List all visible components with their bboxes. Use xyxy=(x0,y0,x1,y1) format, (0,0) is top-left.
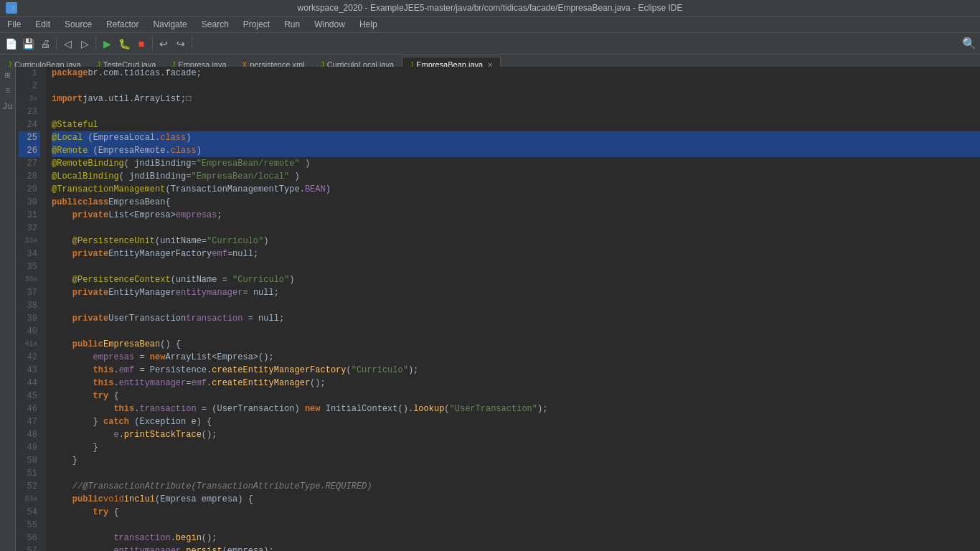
code-line: try { xyxy=(52,506,980,519)
editor-container: 123⊖2324252627282930313233⊖343536⊖373839… xyxy=(16,67,980,551)
code-line: entitymanager.persist(empresa); xyxy=(52,545,980,551)
code-line: @PersistenceUnit(unitName="Curriculo") xyxy=(52,235,980,248)
code-line: private UserTransaction transaction = nu… xyxy=(52,312,980,325)
code-line xyxy=(52,222,980,235)
code-line: @TransactionManagement(TransactionManage… xyxy=(52,183,980,196)
window-title: workspace_2020 - ExampleJEE5-master/java… xyxy=(298,3,683,13)
toolbar-undo-button[interactable]: ↩ xyxy=(156,36,171,52)
code-line xyxy=(52,519,980,532)
code-line: } catch (Exception e) { xyxy=(52,415,980,428)
menu-bar: File Edit Source Refactor Navigate Searc… xyxy=(0,17,980,33)
toolbar-fwd-button[interactable]: ▷ xyxy=(77,36,93,52)
toolbar-new-button[interactable]: 📄 xyxy=(3,36,19,52)
code-line: e.printStackTrace(); xyxy=(52,428,980,441)
toolbar-print-button[interactable]: 🖨 xyxy=(37,36,53,52)
code-line xyxy=(52,325,980,338)
code-line: import java.util.ArrayList;□ xyxy=(52,93,980,105)
menu-help[interactable]: Help xyxy=(355,18,382,31)
code-line: transaction.begin(); xyxy=(52,532,980,545)
code-line: public EmpresaBean() { xyxy=(52,338,980,351)
code-line: public void inclui(Empresa empresa) { xyxy=(52,493,980,506)
menu-window[interactable]: Window xyxy=(310,18,349,31)
left-panel-icon-console[interactable]: Ju xyxy=(2,101,14,113)
toolbar-debug-button[interactable]: 🐛 xyxy=(116,36,132,52)
left-panel: ⊞ ≡ Ju xyxy=(0,67,16,551)
toolbar-search-button[interactable]: 🔍 xyxy=(961,36,977,52)
toolbar-back-button[interactable]: ◁ xyxy=(60,36,75,52)
code-line: this.emf = Persistence.createEntityManag… xyxy=(52,364,980,377)
app-icon: ☽ xyxy=(6,2,17,14)
code-line: @PersistenceContext(unitName = "Curricul… xyxy=(52,273,980,286)
toolbar-stop-button[interactable]: ■ xyxy=(133,36,149,52)
toolbar-sep-3 xyxy=(152,37,153,50)
title-bar: ☽ workspace_2020 - ExampleJEE5-master/ja… xyxy=(0,0,980,17)
code-line: @RemoteBinding( jndiBinding="EmpresaBean… xyxy=(52,157,980,170)
code-line xyxy=(52,467,980,480)
code-area[interactable]: package br.com.tidicas.facade; import ja… xyxy=(46,67,980,551)
menu-edit[interactable]: Edit xyxy=(31,18,55,31)
code-line: empresas = new ArrayList<Empresa>(); xyxy=(52,351,980,364)
toolbar-run-button[interactable]: ▶ xyxy=(99,36,115,52)
code-line: private EntityManagerFactory emf=null; xyxy=(52,248,980,260)
code-line: this.entitymanager=emf.createEntityManag… xyxy=(52,377,980,390)
menu-run[interactable]: Run xyxy=(280,18,304,31)
code-line xyxy=(52,80,980,93)
left-panel-icon-outline[interactable]: ⊞ xyxy=(2,70,14,81)
code-line: } xyxy=(52,454,980,467)
code-line: } xyxy=(52,441,980,454)
code-line: @LocalBinding( jndiBinding="EmpresaBean/… xyxy=(52,170,980,183)
code-line: @Remote (EmpresaRemote.class) xyxy=(52,144,980,157)
code-line: private List<Empresa> empresas; xyxy=(52,209,980,222)
toolbar-sep-1 xyxy=(56,37,57,50)
code-line xyxy=(52,105,980,118)
toolbar-sep-4 xyxy=(192,37,192,50)
code-line xyxy=(52,260,980,273)
code-line: package br.com.tidicas.facade; xyxy=(52,67,980,80)
menu-file[interactable]: File xyxy=(3,18,25,31)
line-numbers: 123⊖2324252627282930313233⊖343536⊖373839… xyxy=(16,67,46,551)
code-line: @Local (EmpresaLocal.class) xyxy=(52,131,980,144)
code-line: @Stateful xyxy=(52,118,980,131)
menu-refactor[interactable]: Refactor xyxy=(102,18,143,31)
menu-project[interactable]: Project xyxy=(239,18,274,31)
toolbar-redo-button[interactable]: ↪ xyxy=(173,36,189,52)
left-panel-icon-tasks[interactable]: ≡ xyxy=(2,85,14,97)
code-line: private EntityManager entitymanager= nul… xyxy=(52,286,980,299)
code-line: public class EmpresaBean { xyxy=(52,196,980,209)
menu-search[interactable]: Search xyxy=(197,18,233,31)
toolbar-save-button[interactable]: 💾 xyxy=(20,36,36,52)
toolbar: 📄 💾 🖨 ◁ ▷ ▶ 🐛 ■ ↩ ↪ 🔍 xyxy=(0,33,980,55)
menu-navigate[interactable]: Navigate xyxy=(149,18,191,31)
code-line xyxy=(52,299,980,312)
menu-source[interactable]: Source xyxy=(60,18,96,31)
code-line: try { xyxy=(52,390,980,402)
code-line: //@TransactionAttribute(TransactionAttri… xyxy=(52,480,980,493)
code-line: this.transaction = (UserTransaction) new… xyxy=(52,402,980,415)
toolbar-sep-2 xyxy=(95,37,96,50)
